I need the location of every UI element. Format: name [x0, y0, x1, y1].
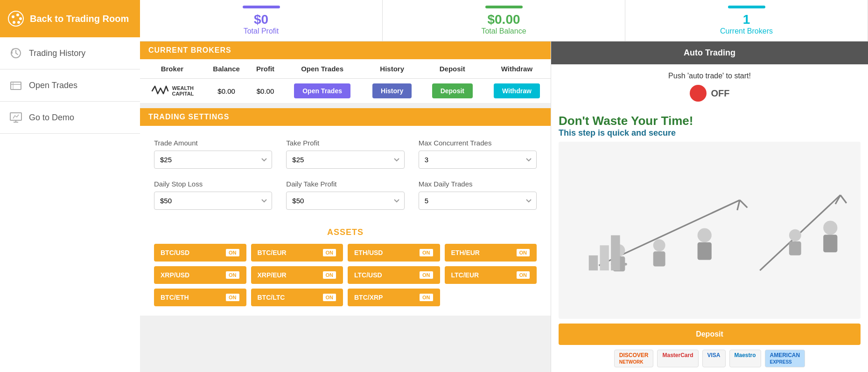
- take-profit-label: Take Profit: [286, 139, 404, 147]
- wealth-capital-icon: [150, 84, 169, 97]
- content-main: CURRENT BROKERS Broker Balance Profit Op…: [140, 41, 551, 372]
- asset-xrpeur-toggle: ON: [322, 271, 337, 279]
- sidebar-item-go-to-demo[interactable]: Go to Demo: [0, 102, 140, 134]
- broker-history-cell: History: [363, 79, 422, 103]
- broker-balance: $0.00: [204, 79, 249, 103]
- max-daily-trades-select[interactable]: 3510: [419, 192, 537, 210]
- promo-image: [559, 142, 861, 319]
- svg-point-3: [19, 17, 22, 20]
- sidebar-item-trading-history[interactable]: Trading History: [0, 37, 140, 69]
- svg-point-23: [653, 240, 665, 252]
- main-content: $0 Total Profit $0.00 Total Balance 1 Cu…: [140, 0, 868, 372]
- trading-settings-header: TRADING SETTINGS: [140, 108, 551, 126]
- field-max-concurrent: Max Concurrent Trades 1235: [419, 139, 537, 169]
- take-profit-select[interactable]: $25$50$100: [286, 151, 404, 169]
- broker-open-trades-cell: Open Trades: [282, 79, 363, 103]
- svg-rect-22: [620, 263, 627, 265]
- col-history: History: [363, 59, 422, 79]
- asset-btcusd[interactable]: BTC/USD ON: [154, 244, 246, 262]
- svg-point-25: [698, 228, 712, 242]
- profit-bar: [243, 6, 280, 8]
- svg-point-5: [13, 21, 15, 24]
- asset-ethusd[interactable]: ETH/USD ON: [348, 244, 440, 262]
- asset-btcltc-toggle: ON: [322, 293, 337, 302]
- field-daily-take-profit: Daily Take Profit $50$100$200: [286, 180, 404, 210]
- broker-name-text: WEALTH CAPITAL: [172, 85, 194, 96]
- back-button-label: Back to Trading Room: [30, 14, 129, 24]
- toggle-off-circle[interactable]: [690, 85, 707, 102]
- history-button[interactable]: History: [372, 83, 412, 98]
- promo-chart-svg: [559, 142, 861, 319]
- max-concurrent-select[interactable]: 1235: [419, 151, 537, 169]
- daily-take-profit-label: Daily Take Profit: [286, 180, 404, 188]
- broker-withdraw-cell: Withdraw: [483, 79, 551, 103]
- sidebar-item-open-trades[interactable]: Open Trades: [0, 69, 140, 102]
- open-trades-button[interactable]: Open Trades: [294, 83, 350, 98]
- asset-etheur[interactable]: ETH/EUR ON: [445, 244, 537, 262]
- field-trade-amount: Trade Amount $25$50$100: [154, 139, 272, 169]
- sidebar: Back to Trading Room Trading History Ope…: [0, 0, 140, 372]
- asset-btceth-label: BTC/ETH: [161, 294, 189, 301]
- daily-stop-loss-select[interactable]: $50$100$200: [154, 192, 272, 210]
- asset-ethusd-label: ETH/USD: [354, 249, 383, 256]
- brokers-table: Broker Balance Profit Open Trades Histor…: [140, 59, 551, 103]
- amex-icon: AMERICANEXPRESS: [765, 350, 805, 367]
- svg-rect-33: [611, 235, 620, 270]
- svg-point-2: [16, 14, 19, 16]
- payment-icons: DISCOVERNETWORK MasterCard VISA Maestro …: [559, 350, 861, 367]
- asset-btceur-label: BTC/EUR: [258, 249, 287, 256]
- asset-ltcusd-toggle: ON: [419, 271, 434, 279]
- asset-xrpusd[interactable]: XRP/USD ON: [154, 266, 246, 284]
- asset-xrpeur[interactable]: XRP/EUR ON: [251, 266, 343, 284]
- total-profit-label: Total Profit: [244, 27, 279, 35]
- col-open-trades: Open Trades: [282, 59, 363, 79]
- asset-btceth[interactable]: BTC/ETH ON: [154, 289, 246, 306]
- right-panel: Auto Trading Push 'auto trade' to start!…: [551, 41, 868, 372]
- withdraw-button[interactable]: Withdraw: [494, 83, 540, 98]
- svg-point-29: [823, 221, 837, 235]
- deposit-button[interactable]: Deposit: [432, 83, 473, 98]
- asset-btcltc-label: BTC/LTC: [258, 294, 285, 301]
- balance-bar: [485, 6, 523, 8]
- asset-btcusd-label: BTC/USD: [161, 249, 189, 256]
- broker-name: WEALTH CAPITAL: [140, 79, 204, 103]
- svg-rect-32: [600, 245, 609, 270]
- svg-rect-28: [789, 241, 801, 255]
- daily-take-profit-select[interactable]: $50$100$200: [286, 192, 404, 210]
- broker-deposit-cell: Deposit: [422, 79, 483, 103]
- current-brokers-header: CURRENT BROKERS: [140, 41, 551, 59]
- mastercard-icon: MasterCard: [657, 350, 698, 367]
- svg-line-18: [840, 195, 847, 203]
- svg-point-4: [17, 21, 20, 24]
- asset-btceur[interactable]: BTC/EUR ON: [251, 244, 343, 262]
- asset-ltceur-toggle: ON: [516, 271, 531, 279]
- stat-total-balance: $0.00 Total Balance: [383, 0, 625, 41]
- asset-btcxrp[interactable]: BTC/XRP ON: [348, 289, 440, 306]
- asset-ltcusd[interactable]: LTC/USD ON: [348, 266, 440, 284]
- svg-rect-24: [653, 251, 665, 266]
- svg-rect-30: [823, 235, 837, 253]
- asset-xrpeur-label: XRP/EUR: [258, 271, 287, 279]
- trade-amount-label: Trade Amount: [154, 139, 272, 147]
- asset-btcltc[interactable]: BTC/LTC ON: [251, 289, 343, 306]
- asset-ltcusd-label: LTC/USD: [354, 271, 382, 279]
- field-take-profit: Take Profit $25$50$100: [286, 139, 404, 169]
- table-row: WEALTH CAPITAL $0.00 $0.00 Open Trades H…: [140, 79, 551, 103]
- svg-rect-7: [11, 82, 21, 90]
- svg-rect-31: [589, 255, 598, 270]
- promo-deposit-button[interactable]: Deposit: [559, 324, 861, 345]
- total-balance-amount: $0.00: [487, 12, 520, 27]
- stats-bar: $0 Total Profit $0.00 Total Balance 1 Cu…: [140, 0, 868, 41]
- back-to-trading-room-button[interactable]: Back to Trading Room: [0, 0, 140, 37]
- asset-ltceur[interactable]: LTC/EUR ON: [445, 266, 537, 284]
- field-daily-stop-loss: Daily Stop Loss $50$100$200: [154, 180, 272, 210]
- promo-section: Don't Waste Your Time! This step is quic…: [551, 109, 868, 372]
- push-text: Push 'auto trade' to start!: [668, 72, 751, 80]
- promo-subtitle: This step is quick and secure: [559, 128, 861, 138]
- discover-icon: DISCOVERNETWORK: [614, 350, 654, 367]
- content-area: CURRENT BROKERS Broker Balance Profit Op…: [140, 41, 868, 372]
- asset-xrpusd-label: XRP/USD: [161, 271, 189, 279]
- trades-icon: [9, 79, 22, 92]
- trade-amount-select[interactable]: $25$50$100: [154, 151, 272, 169]
- auto-trading-body: Push 'auto trade' to start! OFF: [551, 64, 868, 109]
